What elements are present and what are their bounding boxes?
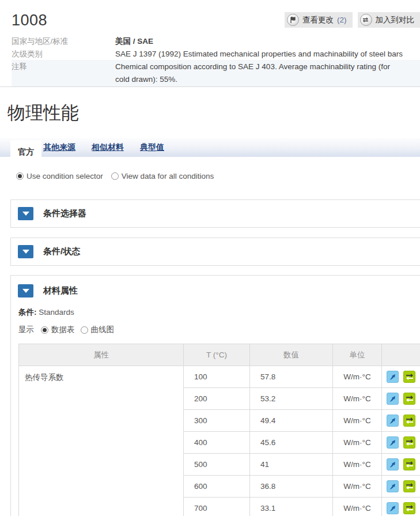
field-value: SAE J 1397 (1992) Estimated mechanical p…	[115, 48, 403, 61]
radio-data-table[interactable]: 数据表	[41, 325, 75, 335]
temperature-cell: 100	[184, 366, 250, 388]
field-label: 国家与地区/标准	[12, 35, 115, 48]
panel-condition-state: 条件/状态	[10, 238, 420, 266]
value-cell: 33.1	[250, 498, 333, 516]
temperature-cell: 300	[184, 410, 250, 432]
view-curve-icon[interactable]	[387, 415, 399, 427]
view-changes-button[interactable]: 查看更改 (2)	[285, 12, 353, 28]
add-to-compare-icon[interactable]	[403, 436, 415, 449]
table-row: 热传导系数10057.8W/m·°C	[19, 366, 420, 388]
panel-title: 材料属性	[43, 285, 78, 296]
view-curve-icon[interactable]	[387, 458, 399, 470]
condition-line: 条件: Standards	[18, 307, 420, 318]
add-to-compare-icon[interactable]	[403, 371, 415, 383]
actions-cell	[382, 388, 420, 410]
panel-title: 条件选择器	[43, 208, 86, 219]
tab-typical-values[interactable]: 典型值	[140, 142, 164, 153]
temperature-cell: 200	[184, 388, 250, 410]
chevron-down-icon[interactable]	[18, 284, 33, 297]
unit-cell: W/m·°C	[333, 498, 382, 516]
unit-cell: W/m·°C	[333, 388, 382, 410]
condition-value: Standards	[39, 308, 74, 317]
header-actions: 查看更改 (2) 加入到对比	[285, 12, 420, 28]
view-curve-icon[interactable]	[387, 436, 399, 449]
unit-cell: W/m·°C	[333, 454, 382, 476]
tab-official[interactable]: 官方	[10, 140, 41, 164]
col-header-actions	[382, 344, 420, 366]
tab-similar-materials[interactable]: 相似材料	[92, 142, 124, 153]
unit-cell: W/m·°C	[333, 410, 382, 432]
chevron-down-icon[interactable]	[18, 207, 33, 220]
field-comment: 注释 Chemical composition according to SAE…	[12, 60, 420, 86]
display-mode-radios: 显示 数据表 曲线图	[18, 325, 420, 335]
field-value: 美国 / SAE	[115, 35, 153, 48]
property-name-cell: 热传导系数	[19, 366, 184, 516]
radio-use-condition-selector[interactable]: Use condition selector	[16, 172, 103, 180]
add-to-compare-icon[interactable]	[403, 393, 415, 405]
value-cell: 49.4	[250, 410, 333, 432]
condition-label: 条件:	[18, 308, 37, 317]
add-to-compare-button[interactable]: 加入到对比	[358, 12, 420, 28]
add-to-compare-icon[interactable]	[403, 415, 415, 427]
value-cell: 45.6	[250, 432, 333, 454]
material-summary: 国家与地区/标准 美国 / SAE 次级类别 SAE J 1397 (1992)…	[0, 35, 420, 87]
field-subgroup: 次级类别 SAE J 1397 (1992) Estimated mechani…	[12, 48, 420, 61]
radio-icon	[81, 326, 88, 334]
radio-label: Use condition selector	[27, 172, 103, 180]
radio-label: 曲线图	[91, 325, 115, 335]
properties-table: 属性 T (°C) 数值 单位 热传导系数10057.8W/m·°C20053.…	[18, 344, 420, 516]
field-label: 注释	[12, 61, 115, 85]
temperature-cell: 400	[184, 432, 250, 454]
panel-material-properties: 材料属性 条件: Standards 显示 数据表 曲线图 属性	[10, 275, 420, 516]
field-label: 次级类别	[12, 48, 115, 61]
actions-cell	[382, 476, 420, 498]
view-changes-count: (2)	[337, 16, 347, 24]
value-cell: 36.8	[250, 476, 333, 498]
view-curve-icon[interactable]	[387, 480, 399, 492]
col-header-property: 属性	[19, 344, 184, 366]
radio-icon	[111, 172, 119, 180]
col-header-temperature: T (°C)	[184, 344, 250, 366]
add-to-compare-label: 加入到对比	[376, 15, 415, 25]
temperature-cell: 700	[184, 498, 250, 516]
view-curve-icon[interactable]	[387, 371, 399, 383]
radio-icon	[16, 172, 24, 180]
tab-bar: 官方 其他来源 相似材料 典型值	[0, 138, 420, 157]
view-curve-icon[interactable]	[387, 502, 399, 514]
radio-label: View data for all conditions	[122, 172, 214, 180]
col-header-unit: 单位	[333, 344, 382, 366]
add-to-compare-icon[interactable]	[403, 480, 415, 492]
value-cell: 57.8	[250, 366, 333, 388]
flag-icon	[287, 14, 299, 26]
add-to-compare-icon[interactable]	[403, 502, 415, 514]
page-section-title: 物理性能	[7, 101, 420, 125]
chevron-down-icon[interactable]	[18, 245, 33, 258]
panel-condition-selector: 条件选择器	[10, 199, 420, 228]
actions-cell	[382, 432, 420, 454]
add-to-compare-icon[interactable]	[403, 458, 415, 470]
actions-cell	[382, 410, 420, 432]
compare-arrows-icon	[360, 14, 372, 26]
col-header-value: 数值	[250, 344, 333, 366]
field-value: Chemical composition according to SAE J …	[115, 61, 406, 85]
panel-title: 条件/状态	[43, 246, 80, 257]
unit-cell: W/m·°C	[333, 476, 382, 498]
value-cell: 41	[250, 454, 333, 476]
view-curve-icon[interactable]	[387, 393, 399, 405]
table-header-row: 属性 T (°C) 数值 单位	[19, 344, 420, 366]
unit-cell: W/m·°C	[333, 366, 382, 388]
actions-cell	[382, 498, 420, 516]
actions-cell	[382, 454, 420, 476]
radio-view-all-conditions[interactable]: View data for all conditions	[111, 172, 214, 180]
material-detail-page: 查看更改 (2) 加入到对比 1008 国家与地区/标准 美国 / SAE 次级…	[0, 0, 420, 516]
actions-cell	[382, 366, 420, 388]
display-label: 显示	[18, 325, 34, 335]
value-cell: 53.2	[250, 388, 333, 410]
radio-label: 数据表	[51, 325, 75, 335]
view-changes-label: 查看更改	[302, 15, 334, 25]
tab-other-sources[interactable]: 其他来源	[43, 142, 75, 153]
radio-icon	[41, 326, 48, 334]
temperature-cell: 600	[184, 476, 250, 498]
temperature-cell: 500	[184, 454, 250, 476]
radio-curve-chart[interactable]: 曲线图	[81, 325, 115, 335]
